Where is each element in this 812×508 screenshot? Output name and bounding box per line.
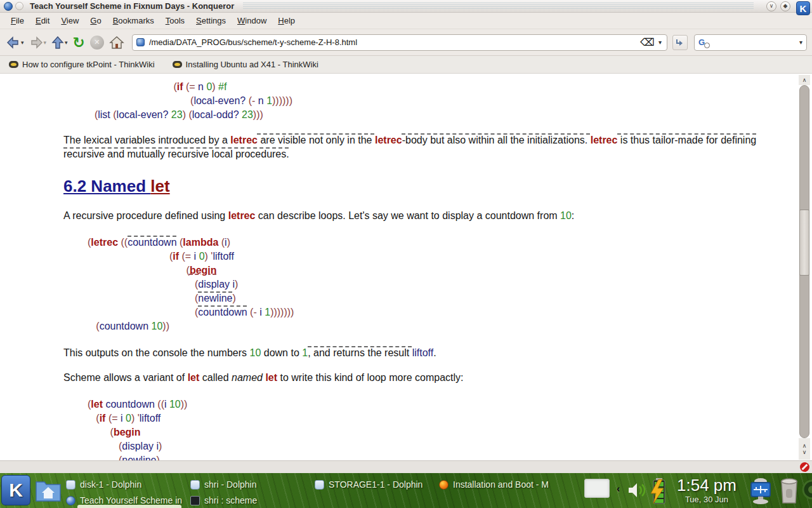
paragraph-named-let-variant: Scheme allows a variant of let called na… [63,371,787,385]
window-menu-button[interactable] [15,2,23,10]
forward-button[interactable]: ▾ [28,34,48,51]
reload-button[interactable]: ↻ [72,34,86,51]
code-line: (local-even? (- n 1)))))) [63,94,787,108]
section-heading-named-let: 6.2 Named let [63,177,787,196]
scroll-up-arrow[interactable]: ∧ [799,75,810,85]
drive-icon [66,480,75,490]
task-label: disk-1 - Dolphin [80,479,141,490]
task-label: Teach Yourself Scheme in [80,495,182,505]
code-line: (countdown 10)) [88,319,787,333]
task-button-disk-1-dolphin[interactable]: disk-1 - Dolphin [66,477,187,492]
task-button-shri-scheme[interactable]: shri : scheme [190,493,311,508]
url-history-chevron[interactable]: ▾ [657,39,663,46]
menu-help[interactable]: Help [272,13,301,28]
code-block-letrec-countdown: (letrec ((countdown (lambda (i) (if (= i… [88,236,787,333]
volume-icon[interactable] [627,481,647,502]
code-line: (newline) [88,291,787,305]
scroll-bottom-arrows[interactable]: ∧ ∨ [799,438,810,460]
up-button[interactable]: ▾ [50,34,69,51]
kde-panel: K disk-1 - Dolphinshri - DolphinSTORAGE1… [0,473,812,508]
task-button-installation-and-boot-m[interactable]: Installation and Boot - M [439,477,560,492]
task-label: Installation and Boot - M [453,479,549,490]
code-line: (display i) [88,277,787,291]
menu-view[interactable]: View [55,13,84,28]
drive-icon [315,480,324,490]
minimize-button[interactable]: ∨ [766,1,776,11]
tray-expander-chevron[interactable]: ‹ [617,483,620,495]
text-segment: The lexical variables introduced by a [63,135,230,145]
bookmark-installing-ubuntu-ad-x41-thinkwiki[interactable]: Installing Ubuntu ad X41 - ThinkWiki [173,60,318,69]
text-segment: let [150,177,169,196]
panel-clock[interactable]: 1:54 pm Tue, 30 Jun [671,476,742,504]
maximize-button[interactable]: ◆ [780,1,790,11]
code-line: (let countdown ((i 10)) [88,398,787,411]
text-segment: named [232,372,263,383]
k-menu-button[interactable]: K [1,475,30,505]
bookmark-how-to-configure-tkpoint-thinkwiki[interactable]: How to configure tkPoint - ThinkWiki [9,60,155,69]
clear-url-icon[interactable]: ⌫ [640,37,655,48]
menu-window[interactable]: Window [232,13,272,28]
code-line: (if (= i 0) 'liftoff [88,250,787,264]
window-titlebar: Teach Yourself Scheme in Fixnum Days - K… [0,0,812,13]
scroll-up-arrow-2[interactable]: ∧ [802,443,807,449]
menu-tools[interactable]: Tools [160,13,190,28]
forward-dropdown-chevron[interactable]: ▾ [44,39,47,46]
text-segment: let [265,372,277,383]
menu-file[interactable]: File [5,13,30,28]
text-segment: letrec [230,135,258,145]
text-segment: letrec [375,135,402,145]
up-dropdown-chevron[interactable]: ▾ [65,39,68,46]
home-folder-button[interactable] [34,477,62,504]
task-button-storage1-1-dolphin[interactable]: STORAGE1-1 - Dolphin [315,477,435,492]
text-segment: 10 [560,210,572,221]
up-arrow-icon [51,36,64,50]
go-arrow-icon [676,38,684,47]
scrollbar-thumb[interactable] [799,210,809,276]
task-button-teach-yourself-scheme-in[interactable]: Teach Yourself Scheme in [66,493,187,508]
kde-logo-icon[interactable]: K [796,1,810,15]
code-line: (begin [88,264,787,277]
back-dropdown-chevron[interactable]: ▾ [21,39,24,46]
text-segment: This outputs on the console the numbers [63,347,250,358]
text-segment: down to [261,347,302,358]
google-search-icon: G [698,37,709,48]
paragraph-letrec-visibility: The lexical variables introduced by a le… [63,133,787,161]
window-title: Teach Yourself Scheme in Fixnum Days - K… [30,1,234,11]
text-segment: . [433,347,436,358]
search-engine-chevron[interactable]: ▾ [799,39,802,46]
paragraph-outputs-console: This outputs on the console the numbers … [63,346,787,360]
usb-device-notifier-icon[interactable] [746,476,775,508]
code-block-named-let-countdown: (let countdown ((i 10)) (if (= i 0) 'lif… [88,398,787,460]
menu-settings[interactable]: Settings [190,13,232,28]
trash-icon[interactable] [776,476,802,508]
device-globe-icon[interactable] [801,478,812,504]
page-favicon [136,38,145,46]
menu-bookmarks[interactable]: Bookmarks [107,13,160,28]
home-button[interactable] [108,34,126,51]
url-input[interactable]: /media/DATA_PROG/bus/scheme/t-y-scheme-Z… [149,37,638,47]
text-segment: let [188,372,200,383]
code-block-local-even: (if (= n 0) #f (local-even? (- n 1))))))… [63,80,787,122]
stop-button[interactable]: ✕ [89,34,105,51]
task-button-shri-dolphin[interactable]: shri - Dolphin [190,477,311,492]
menu-go[interactable]: Go [84,13,107,28]
clock-time: 1:54 pm [671,476,742,495]
menu-edit[interactable]: Edit [30,13,55,28]
text-segment: letrec [591,135,618,145]
code-line: (list (local-even? 23) (local-odd? 23))) [63,108,787,122]
battery-charging-icon[interactable] [648,477,670,507]
search-bar[interactable]: G ▾ [694,34,807,51]
text-segment: liftoff [412,347,434,358]
back-button[interactable]: ▾ [5,34,25,51]
go-button[interactable] [672,35,688,50]
text-segment: 6.2 Named [63,177,150,196]
desktop-pager[interactable] [584,479,610,498]
reload-icon: ↻ [73,36,85,50]
scroll-down-arrow[interactable]: ∨ [802,449,807,455]
thinkwiki-favicon [9,61,18,68]
code-line: (newline) [88,453,787,460]
vertical-scrollbar[interactable]: ∧ ∧ ∨ [799,75,810,460]
home-icon [109,36,124,50]
address-bar[interactable]: /media/DATA_PROG/bus/scheme/t-y-scheme-Z… [132,34,667,51]
thinkwiki-favicon [173,61,182,68]
